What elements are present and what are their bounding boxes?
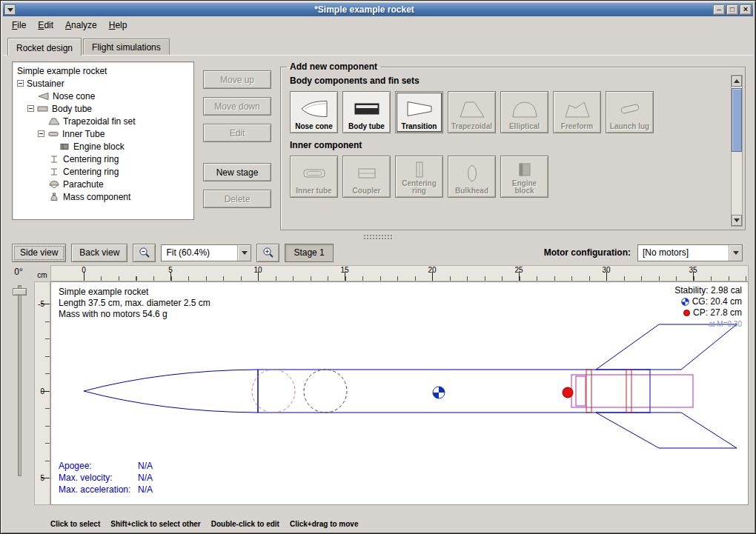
add-coupler-button[interactable]: Coupler (342, 156, 391, 198)
tab-rocket-design[interactable]: Rocket design (7, 38, 82, 56)
max-acceleration-value: N/A (138, 484, 153, 495)
menu-analyze[interactable]: Analyze (59, 18, 103, 33)
add-body-tube-button[interactable]: Body tube (342, 91, 391, 133)
tree-item-nose-cone[interactable]: Nose cone (14, 90, 192, 102)
status-bar: Click to select Shift+click to select ot… (3, 516, 753, 531)
engine-block-icon (510, 159, 540, 180)
add-bulkhead-button[interactable]: Bulkhead (448, 156, 496, 198)
tree-item-mass-component[interactable]: Mass component (14, 190, 192, 203)
centering-ring-outline (586, 370, 591, 413)
inner-tube-outline (571, 375, 693, 407)
bulkhead-icon (457, 159, 487, 187)
scroll-down-button[interactable] (732, 215, 742, 226)
tree-item-parachute[interactable]: Parachute (14, 178, 192, 190)
minimize-button[interactable]: – (713, 4, 725, 15)
maximize-button[interactable]: □ (726, 4, 738, 15)
close-button[interactable]: × (740, 4, 752, 15)
centering-ring-icon (48, 167, 61, 176)
inner-tube-icon (47, 130, 60, 138)
vertical-ruler: -5 0 5 (34, 281, 50, 505)
scroll-up-button[interactable] (732, 76, 742, 87)
cg-icon (681, 298, 689, 306)
fin-top-outline (596, 324, 737, 370)
mass-component-outline (304, 370, 347, 413)
menu-bar: File Edit Analyze Help (3, 16, 753, 34)
add-launch-lug-button[interactable]: Launch lug (606, 91, 654, 133)
cg-value: CG: 20.4 cm (692, 296, 742, 307)
launch-lug-icon (615, 95, 645, 123)
tree-item-rocket[interactable]: Simple example rocket (14, 64, 192, 77)
rocket-canvas[interactable]: Simple example rocket Length 37.5 cm, ma… (50, 281, 749, 505)
triangle-down-icon (7, 8, 13, 12)
add-freeform-fin-button[interactable]: Freeform (553, 91, 601, 133)
rotation-angle-label: 0° (3, 267, 34, 277)
stage-1-toggle[interactable]: Stage 1 (285, 244, 333, 262)
add-inner-tube-button[interactable]: Inner tube (290, 156, 338, 198)
tree-item-centering-ring[interactable]: Centering ring (14, 153, 192, 165)
vertical-scrollbar[interactable] (731, 75, 743, 227)
chevron-down-icon[interactable] (729, 245, 742, 261)
top-section: Simple example rocket Sustainer Nose con… (3, 56, 753, 233)
horizontal-splitter[interactable] (3, 233, 753, 240)
nose-cone-outline (84, 370, 258, 413)
transition-icon (405, 95, 434, 123)
flight-data-block: Apogee: N/A Max. velocity: N/A Max. acce… (59, 460, 153, 495)
minor-ticks (45, 304, 50, 480)
cp-marker (563, 387, 573, 398)
zoom-in-button[interactable] (256, 244, 279, 262)
add-transition-button[interactable]: Transition (395, 91, 443, 133)
side-view-button[interactable]: Side view (12, 244, 66, 262)
back-view-button[interactable]: Back view (71, 244, 127, 262)
component-tree[interactable]: Simple example rocket Sustainer Nose con… (12, 61, 194, 220)
collapse-icon[interactable] (17, 80, 24, 87)
window-menu-icon[interactable] (4, 4, 16, 15)
group-title: Add new component (287, 61, 380, 72)
chevron-down-icon[interactable] (237, 245, 251, 261)
freeform-fin-icon (563, 95, 592, 123)
centering-ring-icon (48, 155, 61, 164)
add-elliptical-fin-button[interactable]: Elliptical (500, 91, 548, 133)
trapezoidal-fin-icon (457, 95, 487, 123)
move-down-button[interactable]: Move down (203, 97, 271, 116)
ruler-tick-label: 5 (168, 266, 173, 274)
tree-item-body-tube[interactable]: Body tube (14, 102, 192, 115)
add-engine-block-button[interactable]: Engine block (500, 156, 548, 198)
tree-item-fin-set[interactable]: Trapezoidal fin set (14, 115, 192, 127)
scrollbar-track[interactable] (732, 87, 742, 215)
ruler-tick-label: 35 (689, 266, 697, 274)
hint-shift-click: Shift+click to select other (110, 520, 200, 528)
tree-item-engine-block[interactable]: Engine block (14, 140, 192, 153)
rocket-diagram-area: 0° cm 0 5 10 15 20 25 30 3 (3, 265, 753, 516)
add-nose-cone-button[interactable]: Nose cone (290, 91, 338, 133)
motor-configuration-select[interactable]: [No motors] (637, 244, 743, 261)
app-window: *Simple example rocket – □ × File Edit A… (0, 0, 756, 534)
rotation-slider-thumb[interactable] (13, 288, 27, 296)
rotation-slider[interactable] (18, 285, 21, 476)
ruler-tick-label: 0 (40, 387, 44, 396)
delete-button[interactable]: Delete (203, 190, 271, 208)
motor-configuration-label: Motor configuration: (544, 247, 631, 258)
menu-help[interactable]: Help (103, 18, 133, 33)
add-trapezoidal-fin-button[interactable]: Trapezoidal (448, 91, 496, 133)
add-centering-ring-button[interactable]: Centering ring (395, 156, 443, 198)
zoom-out-button[interactable] (133, 244, 156, 262)
new-stage-button[interactable]: New stage (203, 163, 271, 181)
zoom-select[interactable]: Fit (60.4%) (161, 244, 251, 261)
centering-ring-outline (626, 370, 631, 413)
hint-click-drag: Click+drag to move (290, 520, 359, 528)
scrollbar-thumb[interactable] (732, 88, 742, 152)
mass-component-icon (48, 193, 61, 201)
tab-flight-simulations[interactable]: Flight simulations (83, 39, 170, 55)
move-up-button[interactable]: Move up (203, 70, 271, 89)
collapse-icon[interactable] (38, 130, 44, 137)
edit-button[interactable]: Edit (203, 124, 271, 142)
tree-item-sustainer[interactable]: Sustainer (14, 77, 192, 90)
menu-edit[interactable]: Edit (32, 18, 59, 33)
collapse-icon[interactable] (27, 105, 34, 112)
mach-note: at M=0.30 (709, 318, 742, 330)
titlebar[interactable]: *Simple example rocket – □ × (3, 3, 753, 16)
tree-item-centering-ring[interactable]: Centering ring (14, 165, 192, 178)
menu-file[interactable]: File (6, 18, 32, 33)
tree-item-inner-tube[interactable]: Inner Tube (14, 127, 192, 140)
max-velocity-value: N/A (138, 472, 153, 484)
